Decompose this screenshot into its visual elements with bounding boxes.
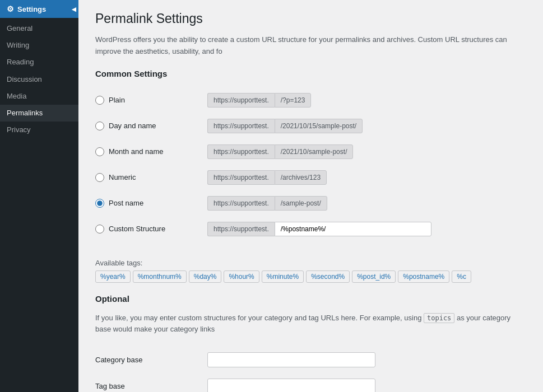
tag-year[interactable]: %year% xyxy=(95,270,131,283)
table-row: Plain https://supporttest. /?p=123 xyxy=(95,87,526,113)
custom-structure-url-preview: https://supporttest. xyxy=(207,222,526,236)
day-and-name-url-path: /2021/10/15/sample-post/ xyxy=(275,119,363,133)
settings-icon: ⚙ xyxy=(7,4,14,13)
day-and-name-label: Day and name xyxy=(109,122,156,130)
table-row: Numeric https://supporttest. /archives/1… xyxy=(95,165,526,190)
day-and-name-option-label[interactable]: Day and name xyxy=(95,122,196,130)
custom-structure-label: Custom Structure xyxy=(109,225,165,233)
page-description: WordPress offers you the ability to crea… xyxy=(95,34,526,58)
sidebar-item-permalinks[interactable]: Permalinks xyxy=(0,105,78,122)
sidebar-item-writing[interactable]: Writing xyxy=(0,37,78,54)
plain-radio[interactable] xyxy=(95,96,104,105)
common-settings-title: Common Settings xyxy=(95,69,526,78)
tag-day[interactable]: %day% xyxy=(189,270,222,283)
numeric-url-preview: https://supporttest. /archives/123 xyxy=(207,170,526,185)
main-content: Permalink Settings WordPress offers you … xyxy=(78,0,543,392)
collapse-arrow-icon[interactable]: ◀ xyxy=(69,0,78,18)
tag-base-label: Tag base xyxy=(95,373,207,392)
numeric-url-path: /archives/123 xyxy=(275,170,327,185)
optional-section-title: Optional xyxy=(95,294,526,304)
topics-code: topics xyxy=(424,313,454,323)
category-base-input[interactable] xyxy=(207,352,375,367)
table-row: Tag base xyxy=(95,373,526,392)
month-and-name-option-label[interactable]: Month and name xyxy=(95,147,196,156)
optional-section: Optional If you like, you may enter cust… xyxy=(95,294,526,392)
month-and-name-url-domain: https://supporttest. xyxy=(207,144,275,159)
table-row: Post name https://supporttest. /sample-p… xyxy=(95,190,526,216)
common-settings-section: Common Settings Plain https://supporttes… xyxy=(95,69,526,283)
table-row: Category base xyxy=(95,347,526,373)
tag-category[interactable]: %c xyxy=(452,270,471,283)
sidebar-nav: General Writing Reading Discussion Media… xyxy=(0,18,78,141)
day-and-name-url-preview: https://supporttest. /2021/10/15/sample-… xyxy=(207,119,526,133)
custom-structure-url-domain: https://supporttest. xyxy=(207,222,275,236)
available-tags-label: Available tags: xyxy=(95,259,526,267)
numeric-radio[interactable] xyxy=(95,173,104,182)
sidebar-item-general[interactable]: General xyxy=(0,20,78,37)
post-name-label: Post name xyxy=(109,199,143,207)
sidebar-header-label: Settings xyxy=(17,5,46,13)
month-and-name-radio[interactable] xyxy=(95,147,104,156)
month-and-name-label: Month and name xyxy=(109,147,164,156)
post-name-url-path: /sample-post/ xyxy=(275,196,327,211)
permalink-options-table: Plain https://supporttest. /?p=123 xyxy=(95,87,526,242)
plain-url-domain: https://supporttest. xyxy=(207,93,275,108)
table-row: Day and name https://supporttest. /2021/… xyxy=(95,113,526,139)
tag-hour[interactable]: %hour% xyxy=(224,270,259,283)
sidebar-item-privacy[interactable]: Privacy xyxy=(0,122,78,138)
numeric-url-domain: https://supporttest. xyxy=(207,170,275,185)
plain-url-preview: https://supporttest. /?p=123 xyxy=(207,93,526,108)
tag-postname[interactable]: %postname% xyxy=(398,270,449,283)
numeric-option-label[interactable]: Numeric xyxy=(95,173,196,182)
sidebar-item-media[interactable]: Media xyxy=(0,88,78,105)
sidebar: ⚙ Settings ◀ General Writing Reading Dis… xyxy=(0,0,78,392)
tag-monthnum[interactable]: %monthnum% xyxy=(133,270,187,283)
plain-label: Plain xyxy=(109,96,125,104)
tag-second[interactable]: %second% xyxy=(306,270,350,283)
post-name-url-preview: https://supporttest. /sample-post/ xyxy=(207,196,526,211)
post-name-url-domain: https://supporttest. xyxy=(207,196,275,211)
page-title: Permalink Settings xyxy=(95,11,526,26)
sidebar-settings-menu[interactable]: ⚙ Settings ◀ xyxy=(0,0,78,18)
post-name-radio[interactable] xyxy=(95,199,104,208)
plain-url-path: /?p=123 xyxy=(275,93,312,108)
post-name-option-label[interactable]: Post name xyxy=(95,199,196,208)
day-and-name-url-domain: https://supporttest. xyxy=(207,119,275,133)
custom-structure-input[interactable] xyxy=(275,222,431,236)
optional-fields-table: Category base Tag base xyxy=(95,347,526,392)
month-and-name-url-preview: https://supporttest. /2021/10/sample-pos… xyxy=(207,144,526,159)
custom-structure-radio[interactable] xyxy=(95,225,104,234)
table-row: Custom Structure https://supporttest. xyxy=(95,216,526,242)
custom-structure-option-label[interactable]: Custom Structure xyxy=(95,225,196,234)
plain-option-label[interactable]: Plain xyxy=(95,96,196,105)
tags-container: %year% %monthnum% %day% %hour% %minute% … xyxy=(95,270,526,283)
optional-description: If you like, you may enter custom struct… xyxy=(95,312,526,336)
sidebar-item-reading[interactable]: Reading xyxy=(0,54,78,71)
tag-base-input[interactable] xyxy=(207,379,375,392)
table-row: Month and name https://supporttest. /202… xyxy=(95,139,526,165)
day-and-name-radio[interactable] xyxy=(95,122,104,130)
sidebar-item-discussion[interactable]: Discussion xyxy=(0,71,78,88)
tag-post-id[interactable]: %post_id% xyxy=(352,270,396,283)
tag-minute[interactable]: %minute% xyxy=(262,270,304,283)
numeric-label: Numeric xyxy=(109,173,136,181)
month-and-name-url-path: /2021/10/sample-post/ xyxy=(275,144,354,159)
category-base-label: Category base xyxy=(95,347,207,373)
